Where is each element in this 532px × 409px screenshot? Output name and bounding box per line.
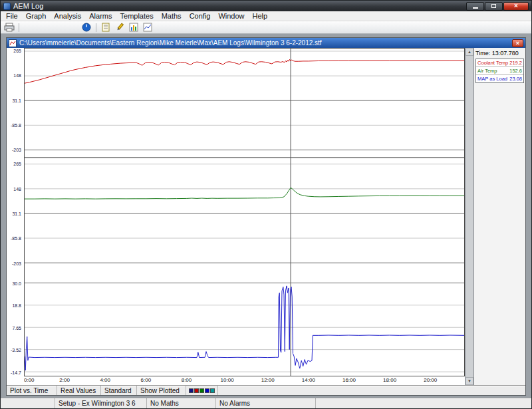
menu-maths[interactable]: Maths — [158, 11, 186, 21]
status-alarms: No Alarms — [216, 398, 316, 408]
window-title: AEM Log — [13, 2, 43, 10]
trace-air-temp — [25, 188, 464, 199]
channel-name: MAP as Load — [477, 76, 507, 82]
power-button[interactable] — [80, 22, 92, 33]
app-window: AEM Log × FileGraphAnalysisAlarmsTemplat… — [0, 0, 532, 409]
color-swatch-icon — [194, 388, 199, 393]
minimize-button[interactable] — [466, 2, 484, 11]
menu-help[interactable]: Help — [249, 11, 272, 21]
x-tick-label: 6:00 — [141, 377, 152, 383]
y-tick-label: 31.1 — [12, 98, 21, 102]
y-tick-label: 18.8 — [12, 303, 21, 308]
channel-legend: Coolant Temp219.2Air Temp152.6MAP as Loa… — [475, 59, 524, 83]
status-setup: Setup - Ex Wilmington 3 6 — [55, 398, 147, 408]
log-file-path: C:\Users\mmeierle\Documents\Eastern Regi… — [19, 39, 322, 47]
channel-name: Air Temp — [477, 68, 497, 74]
maximize-button[interactable] — [485, 2, 503, 11]
x-tick-label: 2:00 — [59, 377, 70, 383]
log-window: C:\Users\mmeierle\Documents\Eastern Regi… — [6, 37, 526, 396]
scroll-down-icon[interactable]: ▼ — [466, 377, 473, 385]
document-icon — [9, 39, 17, 47]
plot-canvas[interactable] — [25, 49, 464, 376]
trace-coolant-temp — [25, 59, 464, 83]
y-tick-label: 265 — [13, 48, 21, 53]
chart-area: 26514831.1-85.8-20326514831.1-85.8-20330… — [7, 48, 465, 385]
menu-window[interactable]: Window — [214, 11, 248, 21]
x-tick-label: 20:00 — [424, 377, 437, 383]
y-axis-labels: 26514831.1-85.8-20326514831.1-85.8-20330… — [7, 48, 24, 376]
notes-button[interactable] — [100, 22, 112, 33]
color-swatch-icon — [205, 388, 209, 393]
channel-value: 219.2 — [509, 60, 522, 66]
power-icon — [82, 23, 91, 32]
line-graph-icon — [143, 23, 152, 32]
x-tick-label: 10:00 — [221, 377, 234, 383]
y-tick-label: -14.7 — [11, 370, 21, 375]
legend-row-map-as-load[interactable]: MAP as Load23.08 — [476, 75, 523, 82]
info-panel: Time: 13:07.780 Coolant Temp219.2Air Tem… — [473, 48, 525, 385]
x-tick-label: 0:00 — [24, 377, 35, 383]
plot-status-plot-vs-time[interactable]: Plot vs. Time — [7, 386, 57, 395]
maximize-icon — [491, 4, 496, 8]
x-tick-label: 16:00 — [342, 377, 356, 383]
close-button[interactable]: × — [503, 2, 529, 11]
menu-templates[interactable]: Templates — [116, 11, 158, 21]
x-tick-label: 8:00 — [182, 377, 192, 383]
menubar: FileGraphAnalysisAlarmsTemplatesMathsCon… — [1, 11, 531, 21]
y-tick-label: 31.1 — [12, 211, 21, 215]
titlebar: AEM Log × — [1, 1, 531, 11]
x-axis-labels: 0:002:004:006:008:0010:0012:0014:0016:00… — [24, 376, 465, 385]
bar-chart-icon — [129, 23, 138, 32]
edit-button[interactable] — [114, 22, 126, 33]
color-swatch-icon — [210, 388, 215, 393]
channel-name: Coolant Temp — [477, 60, 508, 66]
y-tick-label: -203 — [12, 148, 21, 152]
plot-status-real-values[interactable]: Real Values — [57, 386, 101, 395]
toolbar — [1, 21, 531, 34]
toolbar-separator — [19, 23, 19, 32]
y-tick-label: -3.52 — [11, 348, 21, 352]
print-button[interactable] — [3, 22, 15, 33]
legend-row-coolant-temp[interactable]: Coolant Temp219.2 — [476, 59, 523, 67]
app-icon — [3, 3, 11, 10]
color-swatch-icon — [200, 388, 204, 393]
legend-row-air-temp[interactable]: Air Temp152.6 — [476, 67, 523, 75]
y-tick-label: -203 — [12, 261, 21, 265]
menu-config[interactable]: Config — [186, 11, 215, 21]
menu-graph[interactable]: Graph — [22, 11, 51, 21]
pencil-icon — [115, 23, 124, 32]
scroll-up-icon[interactable]: ▲ — [466, 48, 473, 56]
channel-value: 152.6 — [509, 68, 522, 74]
menu-analysis[interactable]: Analysis — [50, 11, 85, 21]
bar-chart-button[interactable] — [128, 22, 140, 33]
y-tick-label: 7.65 — [12, 325, 21, 330]
menu-file[interactable]: File — [2, 11, 22, 21]
y-tick-label: 265 — [13, 162, 21, 166]
plot-statusbar: Plot vs. TimeReal ValuesStandardShow Plo… — [7, 385, 525, 395]
y-tick-label: 148 — [13, 73, 21, 78]
y-tick-label: 148 — [13, 186, 21, 191]
line-graph-button[interactable] — [142, 22, 154, 33]
y-tick-label: 30.0 — [12, 281, 21, 285]
vertical-scrollbar[interactable]: ▲ ▼ — [465, 48, 473, 385]
x-tick-label: 4:00 — [100, 377, 110, 383]
mdi-area: C:\Users\mmeierle\Documents\Eastern Regi… — [1, 34, 531, 398]
color-swatch-icon — [189, 388, 194, 393]
x-tick-label: 12:00 — [261, 377, 275, 383]
plot-region[interactable] — [24, 48, 465, 376]
x-tick-label: 18:00 — [383, 377, 396, 383]
channel-color-icons[interactable] — [186, 386, 218, 395]
log-window-close-button[interactable]: × — [512, 39, 523, 47]
scrollbar-track[interactable] — [466, 56, 473, 377]
print-icon — [4, 23, 15, 32]
x-tick-label: 14:00 — [302, 377, 315, 383]
plot-status-standard[interactable]: Standard — [101, 386, 137, 395]
log-window-titlebar: C:\Users\mmeierle\Documents\Eastern Regi… — [7, 38, 525, 48]
y-tick-label: -85.8 — [11, 236, 21, 241]
notes-icon — [101, 23, 110, 32]
status-maths: No Maths — [147, 398, 216, 408]
plot-status-show-plotted[interactable]: Show Plotted — [137, 386, 186, 395]
trace-map-as-load — [25, 286, 464, 370]
caption-buttons: × — [466, 2, 529, 11]
menu-alarms[interactable]: Alarms — [85, 11, 116, 21]
